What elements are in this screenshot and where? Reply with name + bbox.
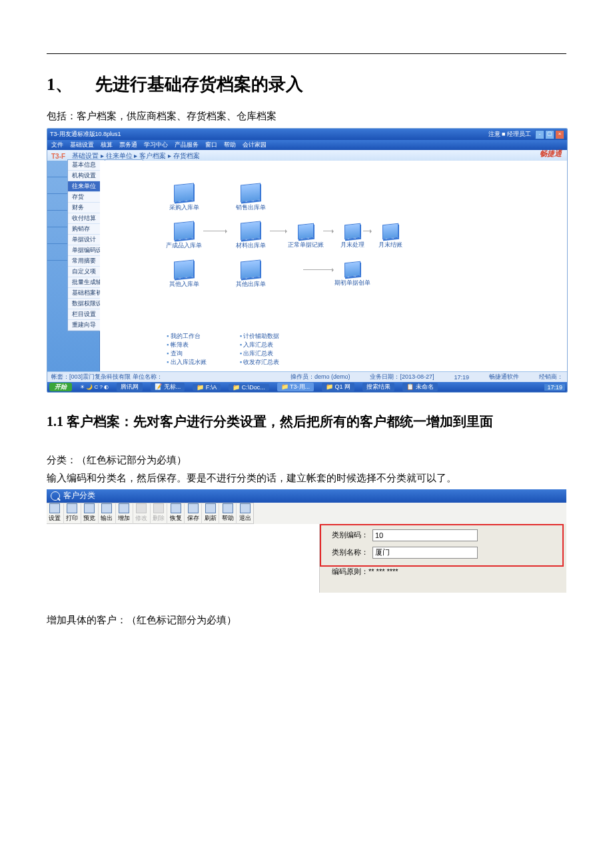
menu-item[interactable]: 帮助 bbox=[224, 141, 236, 149]
undo-icon bbox=[171, 503, 181, 513]
lead-paragraph: 包括：客户档案，供应商档案、存货档案、仓库档案 bbox=[47, 108, 566, 124]
taskbar-item[interactable]: 搜索结果 bbox=[362, 383, 394, 391]
quick-link[interactable]: 我的工作台 bbox=[167, 332, 207, 341]
menu-item[interactable]: 基础设置 bbox=[70, 141, 94, 149]
dialog-titlebar[interactable]: 客户分类 bbox=[47, 489, 566, 503]
quick-link[interactable]: 出库汇总表 bbox=[240, 349, 280, 358]
menu-item[interactable]: 文件 bbox=[51, 141, 63, 149]
export-icon bbox=[101, 503, 112, 513]
toolbar-preview-button[interactable]: 预览 bbox=[81, 503, 99, 524]
form-pane: 类别编码： 类别名称： 编码原则：** *** **** bbox=[320, 524, 566, 593]
print-icon bbox=[67, 503, 77, 513]
document-icon bbox=[174, 183, 194, 202]
taskbar-item[interactable]: 📁 T3-用... bbox=[277, 383, 314, 391]
flow-node[interactable]: 月末处理 bbox=[332, 224, 373, 249]
taskbar-item[interactable]: 📁 F:\A bbox=[193, 384, 221, 391]
toolbar-settings-button[interactable]: 设置 bbox=[47, 503, 64, 524]
flow-node[interactable]: 其他入库单 bbox=[163, 261, 205, 289]
toolbar-save-button[interactable]: 保存 bbox=[185, 503, 202, 524]
document-icon bbox=[241, 183, 261, 202]
flow-label: 正常单据记账 bbox=[288, 241, 324, 248]
status-dealer: 经销商： bbox=[539, 373, 563, 381]
flow-arrow-icon bbox=[203, 231, 227, 231]
close-button[interactable]: × bbox=[555, 130, 564, 139]
flow-node[interactable]: 月末结账 bbox=[370, 224, 411, 249]
save-icon bbox=[188, 503, 199, 513]
menu-item[interactable]: 产品服务 bbox=[175, 141, 199, 149]
flow-node[interactable]: 正常单据记账 bbox=[285, 224, 326, 249]
search-icon bbox=[51, 491, 60, 501]
quick-link[interactable]: 收发存汇总表 bbox=[240, 358, 280, 367]
menu-item[interactable]: 核算 bbox=[101, 141, 113, 149]
flow-label: 月末处理 bbox=[340, 241, 364, 248]
document-icon bbox=[174, 221, 194, 240]
refresh-icon bbox=[205, 503, 216, 513]
quick-link[interactable]: 入库汇总表 bbox=[240, 341, 280, 349]
toolbar-undo-button[interactable]: 恢复 bbox=[167, 503, 185, 524]
flow-label: 期初单据创单 bbox=[334, 279, 370, 286]
required-highlight bbox=[320, 524, 564, 567]
quick-link[interactable]: 查询 bbox=[167, 349, 207, 358]
maximize-button[interactable]: ▢ bbox=[545, 130, 554, 139]
document-icon bbox=[241, 221, 261, 240]
document-icon bbox=[174, 259, 194, 279]
dialog-title: 客户分类 bbox=[63, 490, 95, 501]
flow-arrow-icon bbox=[323, 231, 333, 231]
taskbar-item[interactable]: 腾讯网 bbox=[117, 383, 143, 391]
help-icon bbox=[223, 503, 233, 513]
window-title: T3-用友通标准版10.8plus1 bbox=[50, 130, 121, 139]
taskbar-item[interactable]: 📝 无标... bbox=[151, 383, 185, 391]
flow-arrow-icon bbox=[303, 269, 333, 270]
toolbar-refresh-button[interactable]: 刷新 bbox=[202, 503, 219, 524]
flow-node[interactable]: 销售出库单 bbox=[230, 184, 271, 212]
menu-item[interactable]: 会计家园 bbox=[243, 141, 267, 149]
flow-label: 材料出库单 bbox=[236, 242, 266, 249]
taskbar-item[interactable]: 📁 Q1 网 bbox=[322, 383, 354, 391]
toolbar-print-button[interactable]: 打印 bbox=[64, 503, 81, 524]
flow-node[interactable]: 材料出库单 bbox=[230, 222, 271, 250]
menubar: 文件 基础设置 核算 票务通 学习中心 产品服务 窗口 帮助 会计家园 bbox=[47, 140, 567, 150]
taskbar-item[interactable]: 📋 未命名 bbox=[402, 383, 438, 391]
flow-label: 其他入库单 bbox=[169, 281, 199, 287]
menu-item[interactable]: 窗口 bbox=[205, 141, 217, 149]
workflow-canvas: 采购入库单 销售出库单 产成品入库单 材料出库单 正常单据记账 月末处理 月末结… bbox=[100, 161, 567, 372]
flow-node[interactable]: 其他出库单 bbox=[230, 261, 271, 289]
taskbar-item[interactable]: 📁 C:\Doc... bbox=[229, 384, 269, 391]
quick-link[interactable]: 计价辅助数据 bbox=[240, 332, 280, 341]
tray-clock[interactable]: 17:19 bbox=[544, 384, 565, 391]
toolbar-help-button[interactable]: 帮助 bbox=[219, 503, 237, 524]
document-icon bbox=[241, 259, 261, 279]
add-icon bbox=[119, 503, 129, 513]
flow-label: 销售出库单 bbox=[236, 204, 266, 211]
settings-icon bbox=[49, 503, 60, 513]
flow-label: 月末结账 bbox=[378, 241, 402, 248]
toolbar-add-button[interactable]: 增加 bbox=[116, 503, 133, 524]
toolbar-exit-button[interactable]: 退出 bbox=[237, 503, 253, 524]
toolbar: 设置 打印 预览 输出 增加 修改 删除 恢复 保存 刷新 帮助 退出 bbox=[47, 503, 566, 525]
quick-link[interactable]: 帐簿表 bbox=[167, 341, 207, 349]
minimize-button[interactable]: - bbox=[535, 130, 544, 139]
status-brand: 畅捷通软件 bbox=[489, 373, 519, 381]
paragraph: 增加具体的客户：（红色标记部分为必填） bbox=[47, 613, 566, 628]
start-button[interactable]: 开始 bbox=[49, 383, 72, 391]
flow-label: 产成品入库单 bbox=[166, 242, 202, 249]
flow-node[interactable]: 采购入库单 bbox=[163, 184, 205, 212]
quick-links: 我的工作台 帐簿表 查询 出入库流水账 计价辅助数据 入库汇总表 出库汇总表 收… bbox=[167, 332, 279, 367]
sidebar: 基本信息 机构设置 往来单位 存货 财务 收付结算 购销存 单据设计 单据编码设… bbox=[47, 161, 100, 372]
flow-node[interactable]: 期初单据创单 bbox=[332, 262, 373, 287]
menu-item[interactable]: 学习中心 bbox=[144, 141, 168, 149]
flow-node[interactable]: 产成品入库单 bbox=[163, 222, 205, 250]
flow-arrow-icon bbox=[363, 231, 371, 231]
heading-text: 先进行基础存货档案的录入 bbox=[95, 75, 303, 94]
exit-icon bbox=[240, 503, 251, 513]
app-screenshot-2: 客户分类 设置 打印 预览 输出 增加 修改 删除 恢复 保存 刷新 帮助 退出… bbox=[47, 489, 566, 593]
process-icon bbox=[344, 223, 360, 240]
edit-icon bbox=[136, 503, 147, 513]
window-titlebar[interactable]: T3-用友通标准版10.8plus1 注意 ■ 经理员工 - ▢ × bbox=[47, 129, 567, 140]
toolbar-delete-button: 删除 bbox=[151, 503, 168, 524]
flow-arrow-icon bbox=[270, 231, 287, 231]
quick-link[interactable]: 出入库流水账 bbox=[167, 358, 207, 367]
menu-item[interactable]: 票务通 bbox=[119, 141, 137, 149]
tree-pane[interactable] bbox=[47, 524, 320, 593]
toolbar-export-button[interactable]: 输出 bbox=[99, 503, 116, 524]
